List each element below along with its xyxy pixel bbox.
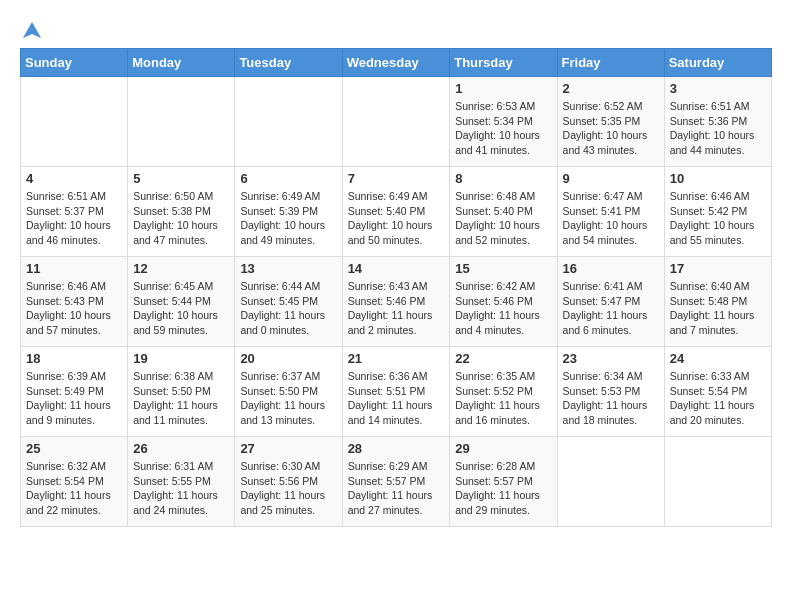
day-info: Sunrise: 6:44 AM Sunset: 5:45 PM Dayligh… xyxy=(240,279,336,338)
day-info: Sunrise: 6:45 AM Sunset: 5:44 PM Dayligh… xyxy=(133,279,229,338)
calendar-week-row: 25Sunrise: 6:32 AM Sunset: 5:54 PM Dayli… xyxy=(21,437,772,527)
day-info: Sunrise: 6:30 AM Sunset: 5:56 PM Dayligh… xyxy=(240,459,336,518)
calendar-cell xyxy=(664,437,771,527)
calendar-cell: 15Sunrise: 6:42 AM Sunset: 5:46 PM Dayli… xyxy=(450,257,557,347)
calendar-cell: 14Sunrise: 6:43 AM Sunset: 5:46 PM Dayli… xyxy=(342,257,450,347)
day-number: 2 xyxy=(563,81,659,96)
day-info: Sunrise: 6:51 AM Sunset: 5:37 PM Dayligh… xyxy=(26,189,122,248)
calendar-cell: 29Sunrise: 6:28 AM Sunset: 5:57 PM Dayli… xyxy=(450,437,557,527)
day-number: 8 xyxy=(455,171,551,186)
day-info: Sunrise: 6:40 AM Sunset: 5:48 PM Dayligh… xyxy=(670,279,766,338)
day-info: Sunrise: 6:38 AM Sunset: 5:50 PM Dayligh… xyxy=(133,369,229,428)
day-info: Sunrise: 6:42 AM Sunset: 5:46 PM Dayligh… xyxy=(455,279,551,338)
day-number: 16 xyxy=(563,261,659,276)
day-info: Sunrise: 6:53 AM Sunset: 5:34 PM Dayligh… xyxy=(455,99,551,158)
day-number: 13 xyxy=(240,261,336,276)
calendar-cell: 28Sunrise: 6:29 AM Sunset: 5:57 PM Dayli… xyxy=(342,437,450,527)
day-number: 20 xyxy=(240,351,336,366)
calendar-cell: 13Sunrise: 6:44 AM Sunset: 5:45 PM Dayli… xyxy=(235,257,342,347)
day-number: 9 xyxy=(563,171,659,186)
day-info: Sunrise: 6:43 AM Sunset: 5:46 PM Dayligh… xyxy=(348,279,445,338)
day-info: Sunrise: 6:29 AM Sunset: 5:57 PM Dayligh… xyxy=(348,459,445,518)
calendar-cell: 7Sunrise: 6:49 AM Sunset: 5:40 PM Daylig… xyxy=(342,167,450,257)
calendar-header-wednesday: Wednesday xyxy=(342,49,450,77)
page-header xyxy=(20,20,772,38)
calendar-header-monday: Monday xyxy=(128,49,235,77)
day-info: Sunrise: 6:41 AM Sunset: 5:47 PM Dayligh… xyxy=(563,279,659,338)
calendar-cell: 21Sunrise: 6:36 AM Sunset: 5:51 PM Dayli… xyxy=(342,347,450,437)
calendar-week-row: 11Sunrise: 6:46 AM Sunset: 5:43 PM Dayli… xyxy=(21,257,772,347)
day-info: Sunrise: 6:28 AM Sunset: 5:57 PM Dayligh… xyxy=(455,459,551,518)
day-info: Sunrise: 6:49 AM Sunset: 5:39 PM Dayligh… xyxy=(240,189,336,248)
calendar-cell: 10Sunrise: 6:46 AM Sunset: 5:42 PM Dayli… xyxy=(664,167,771,257)
day-number: 22 xyxy=(455,351,551,366)
day-number: 29 xyxy=(455,441,551,456)
calendar-cell: 19Sunrise: 6:38 AM Sunset: 5:50 PM Dayli… xyxy=(128,347,235,437)
calendar-cell: 18Sunrise: 6:39 AM Sunset: 5:49 PM Dayli… xyxy=(21,347,128,437)
calendar-cell: 2Sunrise: 6:52 AM Sunset: 5:35 PM Daylig… xyxy=(557,77,664,167)
day-number: 25 xyxy=(26,441,122,456)
day-info: Sunrise: 6:34 AM Sunset: 5:53 PM Dayligh… xyxy=(563,369,659,428)
calendar-header-thursday: Thursday xyxy=(450,49,557,77)
day-info: Sunrise: 6:47 AM Sunset: 5:41 PM Dayligh… xyxy=(563,189,659,248)
day-info: Sunrise: 6:48 AM Sunset: 5:40 PM Dayligh… xyxy=(455,189,551,248)
day-info: Sunrise: 6:46 AM Sunset: 5:43 PM Dayligh… xyxy=(26,279,122,338)
logo-icon xyxy=(21,20,43,42)
calendar-week-row: 18Sunrise: 6:39 AM Sunset: 5:49 PM Dayli… xyxy=(21,347,772,437)
calendar-cell xyxy=(235,77,342,167)
day-info: Sunrise: 6:32 AM Sunset: 5:54 PM Dayligh… xyxy=(26,459,122,518)
day-info: Sunrise: 6:50 AM Sunset: 5:38 PM Dayligh… xyxy=(133,189,229,248)
calendar-cell: 24Sunrise: 6:33 AM Sunset: 5:54 PM Dayli… xyxy=(664,347,771,437)
day-number: 14 xyxy=(348,261,445,276)
calendar-header-sunday: Sunday xyxy=(21,49,128,77)
day-info: Sunrise: 6:52 AM Sunset: 5:35 PM Dayligh… xyxy=(563,99,659,158)
calendar-cell: 6Sunrise: 6:49 AM Sunset: 5:39 PM Daylig… xyxy=(235,167,342,257)
day-number: 4 xyxy=(26,171,122,186)
day-number: 21 xyxy=(348,351,445,366)
day-number: 12 xyxy=(133,261,229,276)
day-number: 27 xyxy=(240,441,336,456)
calendar-header-row: SundayMondayTuesdayWednesdayThursdayFrid… xyxy=(21,49,772,77)
calendar-cell xyxy=(128,77,235,167)
day-number: 10 xyxy=(670,171,766,186)
day-number: 11 xyxy=(26,261,122,276)
calendar-header-friday: Friday xyxy=(557,49,664,77)
day-number: 7 xyxy=(348,171,445,186)
calendar-cell: 3Sunrise: 6:51 AM Sunset: 5:36 PM Daylig… xyxy=(664,77,771,167)
calendar-cell: 1Sunrise: 6:53 AM Sunset: 5:34 PM Daylig… xyxy=(450,77,557,167)
day-number: 5 xyxy=(133,171,229,186)
calendar-cell: 4Sunrise: 6:51 AM Sunset: 5:37 PM Daylig… xyxy=(21,167,128,257)
calendar-cell: 25Sunrise: 6:32 AM Sunset: 5:54 PM Dayli… xyxy=(21,437,128,527)
day-number: 3 xyxy=(670,81,766,96)
calendar-cell: 5Sunrise: 6:50 AM Sunset: 5:38 PM Daylig… xyxy=(128,167,235,257)
calendar-cell: 23Sunrise: 6:34 AM Sunset: 5:53 PM Dayli… xyxy=(557,347,664,437)
calendar-cell: 11Sunrise: 6:46 AM Sunset: 5:43 PM Dayli… xyxy=(21,257,128,347)
calendar-cell: 26Sunrise: 6:31 AM Sunset: 5:55 PM Dayli… xyxy=(128,437,235,527)
calendar-table: SundayMondayTuesdayWednesdayThursdayFrid… xyxy=(20,48,772,527)
day-info: Sunrise: 6:35 AM Sunset: 5:52 PM Dayligh… xyxy=(455,369,551,428)
calendar-cell: 22Sunrise: 6:35 AM Sunset: 5:52 PM Dayli… xyxy=(450,347,557,437)
day-info: Sunrise: 6:36 AM Sunset: 5:51 PM Dayligh… xyxy=(348,369,445,428)
day-info: Sunrise: 6:49 AM Sunset: 5:40 PM Dayligh… xyxy=(348,189,445,248)
day-number: 23 xyxy=(563,351,659,366)
calendar-header-saturday: Saturday xyxy=(664,49,771,77)
day-number: 6 xyxy=(240,171,336,186)
day-info: Sunrise: 6:51 AM Sunset: 5:36 PM Dayligh… xyxy=(670,99,766,158)
day-info: Sunrise: 6:37 AM Sunset: 5:50 PM Dayligh… xyxy=(240,369,336,428)
day-number: 28 xyxy=(348,441,445,456)
calendar-cell: 16Sunrise: 6:41 AM Sunset: 5:47 PM Dayli… xyxy=(557,257,664,347)
calendar-cell xyxy=(557,437,664,527)
day-number: 15 xyxy=(455,261,551,276)
day-info: Sunrise: 6:33 AM Sunset: 5:54 PM Dayligh… xyxy=(670,369,766,428)
day-number: 19 xyxy=(133,351,229,366)
calendar-cell: 27Sunrise: 6:30 AM Sunset: 5:56 PM Dayli… xyxy=(235,437,342,527)
calendar-header-tuesday: Tuesday xyxy=(235,49,342,77)
calendar-cell xyxy=(21,77,128,167)
day-number: 18 xyxy=(26,351,122,366)
calendar-week-row: 1Sunrise: 6:53 AM Sunset: 5:34 PM Daylig… xyxy=(21,77,772,167)
day-number: 26 xyxy=(133,441,229,456)
logo xyxy=(20,20,44,38)
calendar-cell: 8Sunrise: 6:48 AM Sunset: 5:40 PM Daylig… xyxy=(450,167,557,257)
day-info: Sunrise: 6:46 AM Sunset: 5:42 PM Dayligh… xyxy=(670,189,766,248)
day-number: 17 xyxy=(670,261,766,276)
